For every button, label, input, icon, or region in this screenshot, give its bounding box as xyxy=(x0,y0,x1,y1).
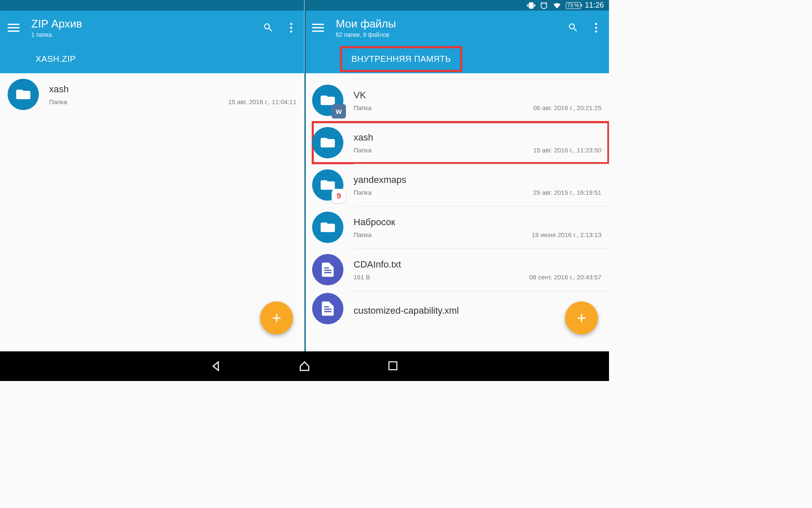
search-icon[interactable] xyxy=(263,22,274,33)
item-type: 161 B xyxy=(354,273,370,281)
list-item[interactable]: Набросок Папка19 июня 2016 г., 2:13:13 xyxy=(312,206,609,248)
folder-icon xyxy=(312,212,343,243)
vibrate-icon xyxy=(527,1,535,10)
item-name: customized-capability.xml xyxy=(354,305,601,316)
recents-button[interactable] xyxy=(387,360,400,373)
page-title: ZIP Архив xyxy=(31,17,251,30)
breadcrumb-left[interactable]: XASH.ZIP xyxy=(0,44,304,73)
item-type: Папка xyxy=(354,189,371,196)
list-item[interactable]: 9 yandexmaps Папка29 авг. 2015 г., 16:19… xyxy=(312,164,609,206)
item-name: xash xyxy=(49,84,296,95)
clock: 11:26 xyxy=(585,1,604,10)
item-type: Папка xyxy=(49,98,67,105)
fab-add-button[interactable]: + xyxy=(565,301,598,334)
more-icon[interactable] xyxy=(285,22,296,33)
item-type: Папка xyxy=(354,104,371,111)
item-name: CDAInfo.txt xyxy=(354,259,601,270)
page-subtitle: 1 папка xyxy=(31,31,251,38)
list-item[interactable]: CDAInfo.txt 161 B08 сент. 2016 г., 20:43… xyxy=(312,248,609,291)
breadcrumb-label: ВНУТРЕННЯЯ ПАМЯТЬ xyxy=(340,46,462,72)
status-bar-left xyxy=(0,0,304,11)
yandex-badge-icon: 9 xyxy=(332,189,346,203)
item-name: Набросок xyxy=(354,217,601,228)
breadcrumb-label: XASH.ZIP xyxy=(36,54,76,64)
item-type: Папка xyxy=(354,231,371,238)
back-button[interactable] xyxy=(209,360,222,373)
app-bar-right: Мои файлы 62 папки, 9 файлов xyxy=(304,11,609,44)
home-button[interactable] xyxy=(298,360,311,373)
folder-icon xyxy=(8,79,39,110)
left-pane: ZIP Архив 1 папка XASH.ZIP xash Папка 1 xyxy=(0,0,304,381)
menu-icon[interactable] xyxy=(8,24,19,32)
list-item[interactable]: xash Папка 15 авг. 2016 г., 11:04:11 xyxy=(8,73,304,116)
file-list-right: w VK Папка06 авг. 2016 г., 20:21:25 xash… xyxy=(304,73,609,381)
page-title: Мои файлы xyxy=(336,17,556,30)
fab-add-button[interactable]: + xyxy=(260,301,293,334)
app-bar-left: ZIP Архив 1 папка xyxy=(0,11,304,44)
status-bar: 73 % 11:26 xyxy=(304,0,609,11)
item-type: Папка xyxy=(354,146,371,154)
item-date: 19 июня 2016 г., 2:13:13 xyxy=(532,231,601,238)
item-name: VK xyxy=(354,90,601,101)
list-item[interactable]: w VK Папка06 авг. 2016 г., 20:21:25 xyxy=(312,79,609,121)
file-icon xyxy=(312,293,343,324)
pane-divider xyxy=(304,0,306,381)
list-item[interactable]: customized-capability.xml xyxy=(312,291,609,316)
item-name: yandexmaps xyxy=(354,174,601,185)
item-date: 29 авг. 2015 г., 16:19:51 xyxy=(533,189,601,196)
navigation-bar xyxy=(0,351,609,381)
folder-icon xyxy=(312,127,343,158)
item-name: xash xyxy=(354,132,601,143)
more-icon[interactable] xyxy=(590,22,601,33)
item-date: 15 авг. 2016 г., 11:04:11 xyxy=(228,98,296,105)
battery-indicator: 73 % xyxy=(566,2,581,9)
item-date: 06 авг. 2016 г., 20:21:25 xyxy=(533,104,601,111)
alarm-icon xyxy=(540,1,548,10)
wifi-icon xyxy=(552,1,562,10)
folder-icon: 9 xyxy=(312,169,343,201)
title-block: ZIP Архив 1 папка xyxy=(31,17,251,38)
file-list-left: xash Папка 15 авг. 2016 г., 11:04:11 xyxy=(0,73,304,381)
search-icon[interactable] xyxy=(568,22,579,33)
vk-badge-icon: w xyxy=(332,104,346,119)
menu-icon[interactable] xyxy=(312,24,324,32)
svg-rect-0 xyxy=(389,362,397,370)
folder-icon: w xyxy=(312,85,343,116)
right-pane: 73 % 11:26 Мои файлы 62 папки, 9 файлов … xyxy=(304,0,609,381)
file-icon xyxy=(312,254,343,285)
page-subtitle: 62 папки, 9 файлов xyxy=(336,31,556,38)
breadcrumb-right[interactable]: ВНУТРЕННЯЯ ПАМЯТЬ xyxy=(304,44,609,73)
title-block: Мои файлы 62 папки, 9 файлов xyxy=(336,17,556,38)
partial-item-edge xyxy=(354,73,601,79)
item-date: 15 авг. 2016 г., 11:23:50 xyxy=(533,146,601,154)
list-item[interactable]: xash Папка15 авг. 2016 г., 11:23:50 xyxy=(312,121,609,164)
item-date: 08 сент. 2016 г., 20:43:57 xyxy=(529,273,601,281)
